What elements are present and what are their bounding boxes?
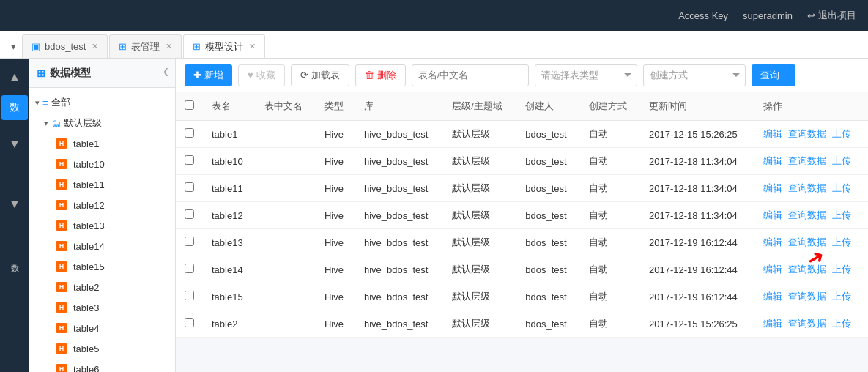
tab-table-mgmt[interactable]: ⊞ 表管理 ✕ <box>109 34 182 58</box>
upload-link-5[interactable]: 上传 <box>832 264 851 275</box>
cell-type-0: Hive <box>316 121 355 148</box>
chevron-down-icon-2: ▾ <box>44 119 48 128</box>
tab-bdos-test[interactable]: ▣ bdos_test ✕ <box>22 34 108 58</box>
cell-creator-4: bdos_test <box>516 229 580 256</box>
query-data-link-1[interactable]: 查询数据 <box>788 155 826 166</box>
upload-link-1[interactable]: 上传 <box>832 155 851 166</box>
collect-btn[interactable]: ♥ 收藏 <box>238 64 285 86</box>
tree-node-table4[interactable]: H table4 <box>29 318 175 338</box>
row-checkbox-1[interactable] <box>185 155 194 165</box>
cell-name-0: table1 <box>203 121 256 148</box>
edit-link-3[interactable]: 编辑 <box>763 209 782 220</box>
select-all-checkbox[interactable] <box>185 100 194 110</box>
tab-dropdown-btn[interactable]: ▾ <box>6 34 21 58</box>
cell-type-3: Hive <box>316 202 355 229</box>
sidebar-header: ⊞ 数据模型 《 <box>29 59 175 88</box>
delete-btn[interactable]: 🗑 删除 <box>355 64 406 86</box>
heart-icon: ♥ <box>248 70 253 81</box>
exit-project-btn[interactable]: ↩ 退出项目 <box>807 9 856 22</box>
query-data-link-4[interactable]: 查询数据 <box>788 237 826 248</box>
edit-link-1[interactable]: 编辑 <box>763 155 782 166</box>
tree-node-table12[interactable]: H table12 <box>29 195 175 215</box>
tree-node-table3[interactable]: H table3 <box>29 297 175 318</box>
db-icon: ▣ <box>31 41 40 52</box>
nav-item-4[interactable]: 数 <box>1 252 28 264</box>
table-icon: ⊞ <box>119 41 127 52</box>
folder-default-icon: 🗂 <box>51 118 61 129</box>
tree-node-table14[interactable]: H table14 <box>29 236 175 256</box>
cell-cn-name-3 <box>256 202 316 229</box>
table-type-select[interactable]: 请选择表类型 <box>535 64 637 86</box>
row-checkbox-0[interactable] <box>185 128 194 138</box>
row-checkbox-cell-5 <box>176 256 203 283</box>
upload-link-0[interactable]: 上传 <box>832 128 851 139</box>
search-input[interactable] <box>412 64 529 86</box>
far-left-nav: ▲ 数 ▼ ▼ 数 <box>0 59 29 372</box>
cell-db-3: hive_bdos_test <box>355 202 443 229</box>
edit-link-5[interactable]: 编辑 <box>763 264 782 275</box>
sidebar-collapse-btn[interactable]: 《 <box>159 67 168 79</box>
tree-node-all[interactable]: ▾ ≡ 全部 <box>29 92 175 113</box>
cell-level-6: 默认层级 <box>443 283 516 310</box>
tree-node-table1[interactable]: H table1 <box>29 133 175 154</box>
row-checkbox-cell-6 <box>176 283 203 310</box>
edit-link-2[interactable]: 编辑 <box>763 182 782 193</box>
row-checkbox-5[interactable] <box>185 264 194 273</box>
tab-model-design[interactable]: ⊞ 模型设计 ✕ <box>183 34 265 58</box>
upload-link-6[interactable]: 上传 <box>832 291 851 302</box>
load-table-btn[interactable]: ⟳ 加载表 <box>291 64 349 86</box>
add-btn[interactable]: ✚ 新增 <box>185 64 232 86</box>
tree-node-table6[interactable]: H table6 <box>29 359 175 372</box>
cell-cn-name-0 <box>256 121 316 148</box>
col-action: 操作 <box>754 92 868 121</box>
upload-link-3[interactable]: 上传 <box>832 209 851 220</box>
query-data-link-6[interactable]: 查询数据 <box>788 291 826 302</box>
row-checkbox-4[interactable] <box>185 237 194 246</box>
nav-up-arrow[interactable]: ▲ <box>1 64 28 89</box>
cell-db-6: hive_bdos_test <box>355 283 443 310</box>
tree-node-table11[interactable]: H table11 <box>29 174 175 195</box>
tree-node-table15[interactable]: H table15 <box>29 256 175 277</box>
upload-link-4[interactable]: 上传 <box>832 237 851 248</box>
upload-link-2[interactable]: 上传 <box>832 182 851 193</box>
query-data-link-7[interactable]: 查询数据 <box>788 318 826 329</box>
edit-link-4[interactable]: 编辑 <box>763 237 782 248</box>
edit-link-7[interactable]: 编辑 <box>763 318 782 329</box>
edit-link-0[interactable]: 编辑 <box>763 128 782 139</box>
data-model-icon: 数 <box>10 101 20 114</box>
upload-link-7[interactable]: 上传 <box>832 318 851 329</box>
query-data-link-3[interactable]: 查询数据 <box>788 209 826 220</box>
table-row: table10 Hive hive_bdos_test 默认层级 bdos_te… <box>176 148 868 175</box>
nav-item-2[interactable]: ▼ <box>1 132 28 157</box>
tree-node-table10[interactable]: H table10 <box>29 154 175 174</box>
row-checkbox-3[interactable] <box>185 209 194 219</box>
tree-node-table2[interactable]: H table2 <box>29 277 175 297</box>
query-data-link-0[interactable]: 查询数据 <box>788 128 826 139</box>
edit-link-6[interactable]: 编辑 <box>763 291 782 302</box>
row-checkbox-6[interactable] <box>185 291 194 300</box>
hive-icon: H <box>56 138 67 149</box>
tab-close-bdos-test[interactable]: ✕ <box>92 42 98 51</box>
query-btn[interactable]: 查询 <box>752 64 795 86</box>
cell-create-mode-6: 自动 <box>580 283 640 310</box>
toolbar: ✚ 新增 ♥ 收藏 ⟳ 加载表 🗑 删除 请选择表类型 <box>176 59 868 92</box>
cell-level-7: 默认层级 <box>443 310 516 338</box>
access-key-link[interactable]: Access Key <box>678 10 728 21</box>
tab-close-model-design[interactable]: ✕ <box>249 42 256 51</box>
cell-type-5: Hive <box>316 256 355 283</box>
hive-icon: H <box>56 343 67 354</box>
sidebar-tree: ▾ ≡ 全部 ▾ 🗂 默认层级 H table1 H table10 H tab… <box>29 88 175 372</box>
tree-node-table13[interactable]: H table13 <box>29 215 175 236</box>
create-mode-select[interactable]: 创建方式 <box>643 64 746 86</box>
nav-data-model[interactable]: 数 <box>1 95 28 120</box>
nav-item-3[interactable]: ▼ <box>1 192 28 217</box>
tab-close-table-mgmt[interactable]: ✕ <box>166 42 172 51</box>
query-data-link-2[interactable]: 查询数据 <box>788 182 826 193</box>
cell-type-4: Hive <box>316 229 355 256</box>
cell-name-6: table15 <box>203 283 256 310</box>
row-checkbox-7[interactable] <box>185 318 194 327</box>
query-data-link-5[interactable]: 查询数据 <box>788 264 826 275</box>
tree-node-table5[interactable]: H table5 <box>29 338 175 359</box>
tree-node-default-level[interactable]: ▾ 🗂 默认层级 <box>29 113 175 133</box>
row-checkbox-2[interactable] <box>185 182 194 192</box>
